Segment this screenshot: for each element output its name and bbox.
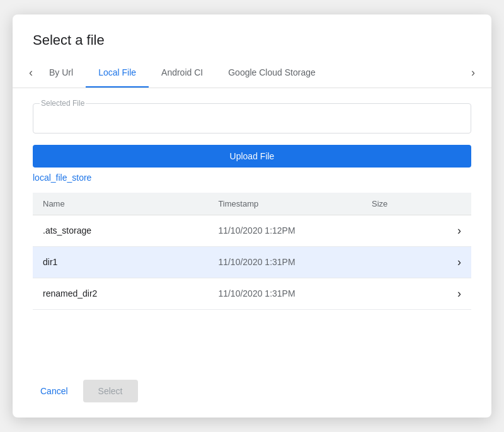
col-header-size: Size bbox=[362, 193, 427, 215]
cell-chevron: › bbox=[427, 215, 471, 246]
local-file-store-link[interactable]: local_file_store bbox=[33, 173, 471, 183]
tab-android-ci[interactable]: Android CI bbox=[149, 59, 215, 88]
cell-chevron: › bbox=[427, 246, 471, 278]
cancel-button[interactable]: Cancel bbox=[33, 381, 76, 401]
col-header-timestamp: Timestamp bbox=[208, 193, 362, 215]
col-header-name: Name bbox=[33, 193, 208, 215]
dialog-body: Selected File Upload File local_file_sto… bbox=[13, 88, 491, 370]
table-row[interactable]: renamed_dir211/10/2020 1:31PM› bbox=[33, 278, 471, 309]
cell-name: .ats_storage bbox=[33, 215, 208, 246]
cell-timestamp: 11/10/2020 1:12PM bbox=[208, 215, 362, 246]
select-file-dialog: Select a file ‹ By Url Local File Androi… bbox=[13, 14, 491, 418]
tabs: By Url Local File Android CI Google Clou… bbox=[37, 59, 467, 88]
upload-file-button[interactable]: Upload File bbox=[33, 145, 471, 168]
selected-file-container: Selected File bbox=[33, 103, 471, 134]
cell-chevron: › bbox=[427, 278, 471, 309]
table-row[interactable]: .ats_storage11/10/2020 1:12PM› bbox=[33, 215, 471, 246]
select-button[interactable]: Select bbox=[83, 380, 138, 402]
dialog-title: Select a file bbox=[13, 14, 491, 59]
cell-size bbox=[362, 246, 427, 278]
col-header-chevron bbox=[427, 193, 471, 215]
tab-next-arrow[interactable]: › bbox=[467, 61, 479, 84]
cell-timestamp: 11/10/2020 1:31PM bbox=[208, 278, 362, 309]
tab-google-cloud-storage[interactable]: Google Cloud Storage bbox=[215, 59, 328, 88]
table-header-row: Name Timestamp Size bbox=[33, 193, 471, 215]
selected-file-label: Selected File bbox=[40, 99, 86, 108]
table-row[interactable]: dir111/10/2020 1:31PM› bbox=[33, 246, 471, 278]
tab-by-url[interactable]: By Url bbox=[37, 59, 86, 88]
cell-size bbox=[362, 215, 427, 246]
file-table: Name Timestamp Size .ats_storage11/10/20… bbox=[33, 193, 471, 310]
tabs-container: ‹ By Url Local File Android CI Google Cl… bbox=[13, 59, 491, 88]
tab-local-file[interactable]: Local File bbox=[86, 59, 149, 88]
dialog-footer: Cancel Select bbox=[13, 370, 491, 418]
cell-name: renamed_dir2 bbox=[33, 278, 208, 309]
cell-name: dir1 bbox=[33, 246, 208, 278]
cell-timestamp: 11/10/2020 1:31PM bbox=[208, 246, 362, 278]
cell-size bbox=[362, 278, 427, 309]
tab-prev-arrow[interactable]: ‹ bbox=[25, 61, 37, 84]
